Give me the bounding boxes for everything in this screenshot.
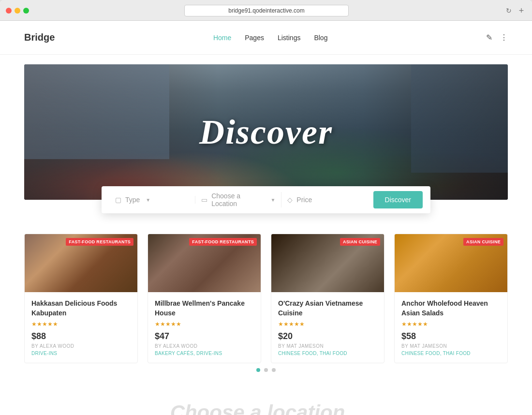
discover-button[interactable]: Discover — [373, 191, 423, 208]
card-price-4: $58 — [401, 331, 501, 341]
card-title-2: Millbrae Wellmen's Pancake House — [155, 299, 254, 318]
browser-window: ↻ + Bridge Home Pages Listings Blog ✎ ⋮ — [0, 0, 532, 415]
card-author-4: BY MAT JAMESON — [401, 343, 501, 349]
card-stars-3: ★★★★★ — [278, 321, 377, 327]
card-tags-2[interactable]: BAKERY CAFÉS, DRIVE-INS — [155, 351, 254, 356]
card-price-1: $88 — [31, 331, 131, 341]
card-tags-1[interactable]: DRIVE-INS — [31, 351, 131, 356]
refresh-button[interactable]: ↻ — [504, 6, 514, 15]
card-image-4: ASIAN CUISINE — [395, 234, 507, 292]
listings-section: FAST-FOOD RESTAURANTS Hakkasan Delicious… — [0, 200, 532, 396]
nav-listings[interactable]: Listings — [278, 34, 300, 42]
card-tags-3[interactable]: CHINESE FOOD, THAI FOOD — [278, 351, 377, 356]
card-author-3: BY MAT JAMESON — [278, 343, 377, 349]
pagination-dot-2[interactable] — [264, 368, 268, 372]
user-icon[interactable]: ✎ — [486, 33, 492, 42]
nav-links: Home Pages Listings Blog — [213, 33, 328, 42]
nav-blog[interactable]: Blog — [314, 34, 327, 42]
type-label: Type — [125, 196, 140, 204]
card-stars-4: ★★★★★ — [401, 321, 501, 327]
pagination-dot-3[interactable] — [272, 368, 276, 372]
card-title-3: O'Crazy Asian Vietnamese Cuisine — [278, 299, 377, 318]
card-body-3: O'Crazy Asian Vietnamese Cuisine ★★★★★ $… — [271, 292, 384, 363]
browser-actions: ↻ + — [504, 6, 526, 15]
price-label: Price — [296, 196, 312, 204]
maximize-button[interactable] — [23, 8, 29, 14]
listing-card: ASIAN CUISINE Anchor Wholefood Heaven As… — [394, 234, 508, 363]
card-author-2: BY ALEXA WOOD — [155, 343, 254, 349]
type-icon: ▢ — [115, 196, 121, 204]
pagination-dot-1[interactable] — [256, 368, 260, 372]
card-title-4: Anchor Wholefood Heaven Asian Salads — [401, 299, 501, 318]
type-chevron: ▼ — [146, 197, 150, 203]
card-stars-1: ★★★★★ — [31, 321, 131, 327]
hero-section: Discover ▢ Type ▼ ▭ Choose a Location ▼ … — [24, 64, 508, 200]
minimize-button[interactable] — [15, 8, 20, 14]
card-image-2: FAST-FOOD RESTAURANTS — [148, 234, 261, 292]
card-tags-4[interactable]: CHINESE FOOD, THAI FOOD — [401, 351, 501, 356]
location-field[interactable]: ▭ Choose a Location ▼ — [195, 192, 281, 208]
location-icon: ▭ — [201, 196, 207, 204]
card-price-3: $20 — [278, 331, 377, 341]
building-right — [411, 64, 508, 173]
card-body-4: Anchor Wholefood Heaven Asian Salads ★★★… — [395, 292, 507, 363]
card-image-1: FAST-FOOD RESTAURANTS — [25, 234, 137, 292]
listings-grid: FAST-FOOD RESTAURANTS Hakkasan Delicious… — [24, 234, 508, 363]
building-left — [24, 64, 169, 159]
price-field[interactable]: ◇ Price — [281, 196, 367, 204]
listing-card: FAST-FOOD RESTAURANTS Millbrae Wellmen's… — [148, 234, 261, 363]
card-body-2: Millbrae Wellmen's Pancake House ★★★★★ $… — [148, 292, 261, 363]
location-chevron: ▼ — [270, 197, 275, 203]
card-image-3: ASIAN CUISINE — [271, 234, 384, 292]
url-input[interactable] — [184, 5, 349, 16]
browser-chrome: ↻ + — [0, 0, 532, 21]
card-badge-2: FAST-FOOD RESTAURANTS — [189, 238, 257, 246]
navigation: Bridge Home Pages Listings Blog ✎ ⋮ — [0, 21, 532, 55]
pagination-dots — [24, 363, 508, 382]
card-body-1: Hakkasan Delicious Foods Kabupaten ★★★★★… — [25, 292, 137, 363]
new-tab-button[interactable]: + — [517, 6, 526, 15]
bottom-heading: Choose a location... — [24, 401, 508, 415]
hero-image: Discover — [24, 64, 508, 200]
website-content: Bridge Home Pages Listings Blog ✎ ⋮ — [0, 21, 532, 415]
address-bar — [34, 5, 499, 16]
card-price-2: $47 — [155, 331, 254, 341]
nav-home[interactable]: Home — [213, 34, 231, 42]
bottom-section: Choose a location... — [0, 396, 532, 415]
card-stars-2: ★★★★★ — [155, 321, 254, 327]
card-author-1: BY ALEXA WOOD — [31, 343, 131, 349]
nav-icons: ✎ ⋮ — [486, 33, 508, 42]
card-title-1: Hakkasan Delicious Foods Kabupaten — [31, 299, 131, 318]
listing-card: ASIAN CUISINE O'Crazy Asian Vietnamese C… — [271, 234, 384, 363]
grid-icon[interactable]: ⋮ — [500, 33, 508, 42]
search-bar: ▢ Type ▼ ▭ Choose a Location ▼ ◇ Price D… — [102, 186, 430, 213]
nav-pages[interactable]: Pages — [245, 34, 264, 42]
location-label: Choose a Location — [211, 192, 265, 208]
type-field[interactable]: ▢ Type ▼ — [109, 196, 195, 204]
traffic-lights — [6, 8, 29, 14]
close-button[interactable] — [6, 8, 12, 14]
card-badge-4: ASIAN CUISINE — [463, 238, 503, 246]
price-icon: ◇ — [287, 196, 293, 204]
listing-card: FAST-FOOD RESTAURANTS Hakkasan Delicious… — [24, 234, 138, 363]
card-badge-3: ASIAN CUISINE — [340, 238, 380, 246]
hero-title: Discover — [199, 112, 333, 152]
site-logo: Bridge — [24, 32, 55, 43]
card-badge-1: FAST-FOOD RESTAURANTS — [66, 238, 133, 246]
